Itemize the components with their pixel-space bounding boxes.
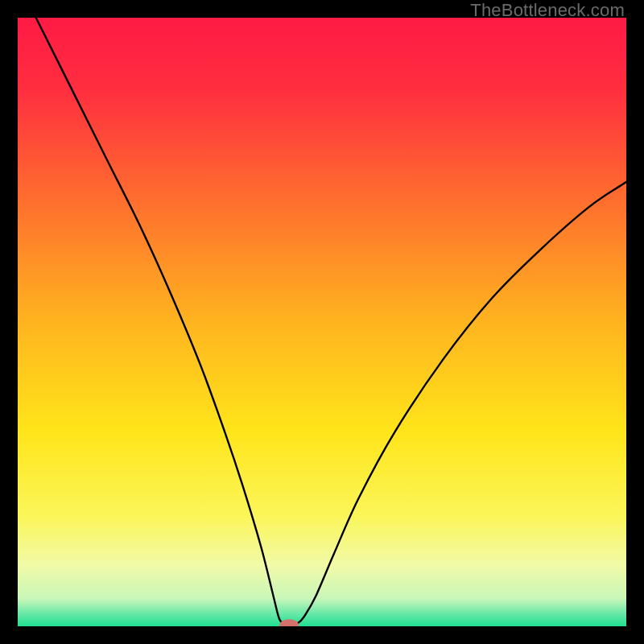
bottleneck-chart	[18, 18, 626, 626]
watermark-text: TheBottleneck.com	[470, 0, 625, 21]
chart-frame	[18, 18, 626, 626]
chart-background	[18, 18, 626, 626]
